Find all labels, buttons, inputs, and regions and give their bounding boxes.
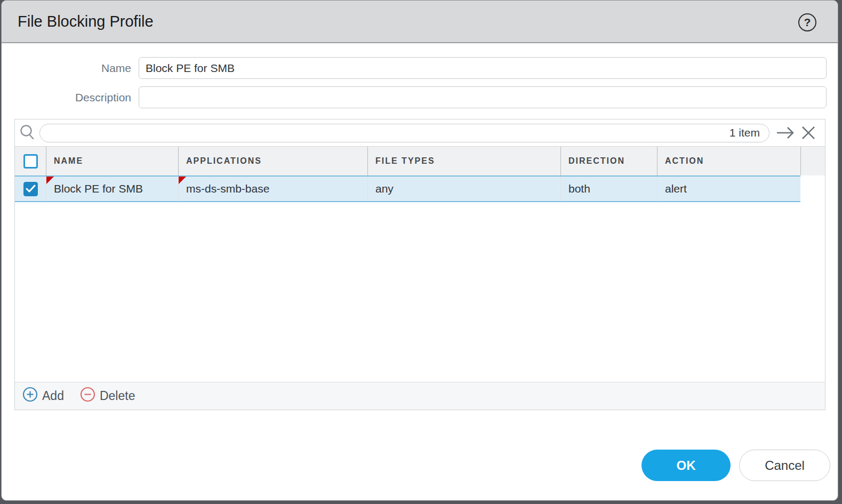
name-label: Name xyxy=(2,62,139,75)
column-header-action[interactable]: ACTION xyxy=(657,147,800,175)
row-cell-file-types: any xyxy=(367,177,560,201)
rule-action-text: alert xyxy=(665,182,687,195)
rules-panel: 1 item NAME APPLICATIONS FILE TYP xyxy=(14,119,825,410)
delete-button-label: Delete xyxy=(100,389,135,403)
row-cell-action: alert xyxy=(657,177,800,201)
ok-button[interactable]: OK xyxy=(641,450,731,481)
column-header-direction[interactable]: DIRECTION xyxy=(560,147,657,175)
search-icon xyxy=(19,124,36,141)
select-all-checkbox[interactable] xyxy=(23,154,38,169)
name-input[interactable] xyxy=(139,57,827,79)
dialog-title: File Blocking Profile xyxy=(2,13,154,30)
file-blocking-profile-dialog: File Blocking Profile ? Name Description… xyxy=(1,0,838,501)
rule-direction-text: both xyxy=(568,182,590,195)
add-icon xyxy=(22,387,38,405)
table-row[interactable]: Block PE for SMB ms-ds-smb-base any both… xyxy=(15,175,800,202)
name-row: Name xyxy=(2,57,838,79)
column-header-gutter xyxy=(800,147,825,175)
row-cell-name: Block PE for SMB xyxy=(46,177,178,201)
description-label: Description xyxy=(2,91,139,104)
add-button-label: Add xyxy=(42,389,64,403)
select-all-cell xyxy=(15,147,46,175)
column-header-file-types[interactable]: FILE TYPES xyxy=(367,147,560,175)
rule-file-types-text: any xyxy=(375,182,394,195)
rule-name-text: Block PE for SMB xyxy=(54,182,143,195)
cancel-button[interactable]: Cancel xyxy=(739,450,830,481)
add-button[interactable]: Add xyxy=(22,387,64,405)
table-empty-area xyxy=(15,202,825,382)
table-header: NAME APPLICATIONS FILE TYPES DIRECTION A… xyxy=(15,146,825,175)
table-toolbar: Add Delete xyxy=(15,382,825,410)
clear-filter-icon[interactable] xyxy=(799,124,817,142)
apply-filter-arrow-icon[interactable] xyxy=(775,124,796,142)
description-row: Description xyxy=(2,86,838,108)
search-input[interactable]: 1 item xyxy=(39,124,769,142)
column-header-name[interactable]: NAME xyxy=(46,147,178,175)
dialog-titlebar: File Blocking Profile ? xyxy=(2,1,838,43)
row-checkbox-cell xyxy=(15,177,46,201)
rule-applications-text: ms-ds-smb-base xyxy=(186,182,269,195)
delete-button[interactable]: Delete xyxy=(80,387,135,405)
row-cell-applications: ms-ds-smb-base xyxy=(178,177,367,201)
search-bar: 1 item xyxy=(15,119,825,146)
delete-icon xyxy=(80,387,95,405)
help-icon[interactable]: ? xyxy=(798,13,816,31)
row-checkbox[interactable] xyxy=(23,182,38,196)
row-cell-direction: both xyxy=(560,177,657,201)
description-input[interactable] xyxy=(139,86,827,108)
column-header-applications[interactable]: APPLICATIONS xyxy=(178,147,367,175)
item-count-badge: 1 item xyxy=(729,126,769,139)
profile-form: Name Description xyxy=(2,57,838,108)
